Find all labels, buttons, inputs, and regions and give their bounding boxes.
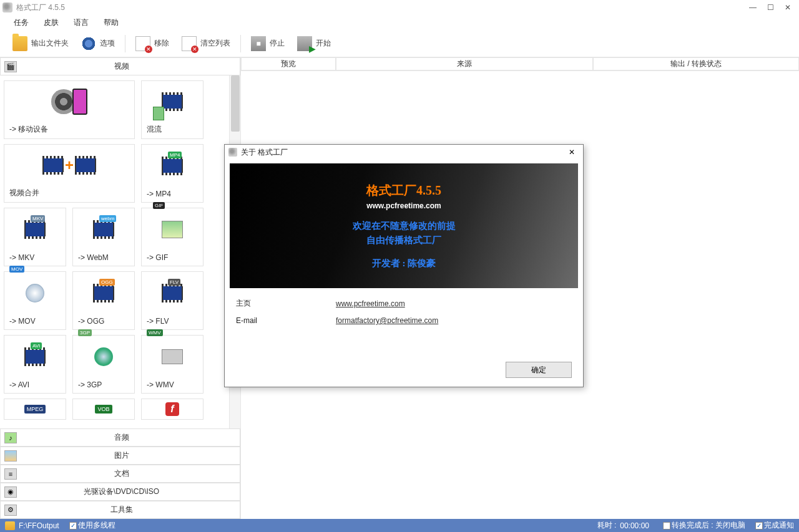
multithread-label: 使用多线程: [78, 520, 115, 531]
start-button[interactable]: 开始: [291, 32, 337, 55]
remove-icon: [135, 36, 150, 51]
output-folder-label: 输出文件夹: [31, 38, 69, 49]
tile-ogg[interactable]: OGG-> OGG: [72, 271, 135, 330]
film-icon: 🎬: [4, 61, 17, 72]
output-path[interactable]: F:\FFOutput: [19, 521, 59, 530]
stop-label: 停止: [270, 38, 285, 49]
app-icon: [228, 148, 237, 157]
category-disc[interactable]: ◉光驱设备\DVD\CD\ISO: [0, 483, 240, 501]
stop-button[interactable]: 停止: [245, 32, 291, 55]
header-source[interactable]: 来源: [336, 57, 593, 70]
remove-button[interactable]: 移除: [129, 32, 175, 55]
menubar: 任务 皮肤 语言 帮助: [0, 15, 799, 30]
tile-label: -> MOV: [4, 314, 66, 329]
tile-label: -> FLV: [142, 314, 203, 329]
tile-label: 视频合并: [4, 185, 134, 202]
menu-language[interactable]: 语言: [67, 16, 95, 30]
tile-mov[interactable]: MOV-> MOV: [4, 271, 66, 330]
play-icon: [297, 36, 312, 51]
multithread-toggle[interactable]: ✓使用多线程: [69, 520, 115, 531]
film-icon: [75, 156, 96, 175]
header-output[interactable]: 输出 / 转换状态: [593, 57, 799, 70]
email-label: E-mail: [236, 316, 336, 325]
cam-icon: [162, 349, 183, 364]
plus-icon: +: [65, 157, 74, 174]
tile-mkv[interactable]: MKV-> MKV: [4, 208, 66, 266]
remove-label: 移除: [154, 38, 169, 49]
category-document[interactable]: ≡文档: [0, 465, 240, 483]
tile-webm[interactable]: webm-> WebM: [72, 208, 135, 266]
tile-gif[interactable]: GIF-> GIF: [141, 208, 203, 266]
menu-task[interactable]: 任务: [7, 16, 35, 30]
dialog-titlebar: 关于 格式工厂 ✕: [225, 145, 583, 160]
gear-icon: [81, 36, 96, 51]
tools-icon: ⚙: [4, 505, 17, 516]
tile-label: -> MP4: [142, 187, 203, 202]
menu-skin[interactable]: 皮肤: [37, 16, 65, 30]
category-picture[interactable]: 图片: [0, 447, 240, 465]
checkbox-icon: [663, 522, 670, 530]
notify-toggle[interactable]: ✓完成通知: [755, 520, 794, 531]
tile-wmv[interactable]: WMV-> WMV: [141, 335, 203, 394]
category-tools[interactable]: ⚙工具集: [0, 501, 240, 519]
left-panel: 🎬 视频 -> 移动设备 混流 + 视频合并: [0, 57, 241, 519]
category-audio[interactable]: ♪音频: [0, 428, 240, 447]
category-audio-label: 音频: [21, 432, 240, 443]
tile-mobile-device[interactable]: -> 移动设备: [4, 80, 135, 139]
picture-icon: [4, 450, 17, 462]
tile-avi[interactable]: AVI-> AVI: [4, 335, 66, 394]
film-icon: OGG: [93, 284, 114, 302]
folder-icon: [12, 36, 27, 51]
tile-3gp[interactable]: 3GP-> 3GP: [72, 335, 135, 394]
film-icon: FLV: [162, 284, 183, 302]
tile-mp4[interactable]: MP4 -> MP4: [141, 144, 203, 203]
tile-video-join[interactable]: + 视频合并: [4, 144, 135, 203]
stop-icon: [251, 36, 266, 51]
clear-button[interactable]: 清空列表: [175, 32, 237, 55]
homepage-link[interactable]: www.pcfreetime.com: [336, 299, 405, 308]
category-video[interactable]: 🎬 视频: [0, 57, 240, 75]
film-icon: webm: [93, 220, 114, 239]
dialog-close-button[interactable]: ✕: [564, 147, 579, 158]
options-label: 选项: [100, 38, 115, 49]
ok-button[interactable]: 确定: [506, 362, 572, 378]
document-icon: ≡: [4, 468, 17, 480]
tile-vob[interactable]: VOB: [72, 399, 135, 420]
about-banner: 格式工厂4.5.5 www.pcfreetime.com 欢迎在不随意修改的前提…: [230, 163, 578, 288]
menu-help[interactable]: 帮助: [97, 16, 125, 30]
scrollbar-thumb[interactable]: [231, 75, 240, 132]
tile-mux[interactable]: 混流: [141, 80, 203, 139]
toolbar-separator: [240, 35, 241, 52]
shutdown-toggle[interactable]: 转换完成后 : 关闭电脑: [663, 520, 745, 531]
output-folder-button[interactable]: 输出文件夹: [6, 32, 75, 55]
close-button[interactable]: ✕: [779, 1, 797, 14]
film-icon: MP4: [162, 157, 183, 175]
about-homepage-row: 主页 www.pcfreetime.com: [225, 294, 583, 312]
quicktime-icon: [26, 284, 44, 302]
tile-label: -> AVI: [4, 378, 66, 393]
app-icon: [2, 2, 12, 12]
flash-icon: f: [165, 402, 179, 416]
category-document-label: 文档: [21, 468, 240, 479]
window-title: 格式工厂 4.5.5: [16, 2, 65, 13]
maximize-button[interactable]: ☐: [762, 1, 779, 14]
options-button[interactable]: 选项: [75, 32, 121, 55]
tile-flv[interactable]: FLV-> FLV: [141, 271, 203, 330]
header-preview[interactable]: 预览: [241, 57, 336, 70]
clear-icon: [182, 36, 197, 51]
email-link[interactable]: formatfactory@pcfreetime.com: [336, 316, 438, 325]
minimize-button[interactable]: —: [744, 1, 762, 14]
banner-title: 格式工厂4.5.5: [366, 182, 441, 199]
tile-mpeg[interactable]: MPEG: [4, 399, 66, 420]
category-video-label: 视频: [21, 61, 240, 72]
clear-label: 清空列表: [200, 38, 230, 49]
tile-swf[interactable]: f: [141, 399, 203, 420]
tile-label: -> 3GP: [73, 378, 134, 393]
category-disc-label: 光驱设备\DVD\CD\ISO: [21, 486, 240, 497]
window-titlebar: 格式工厂 4.5.5 — ☐ ✕: [0, 0, 799, 15]
checkbox-icon: ✓: [69, 522, 77, 530]
tile-label: -> OGG: [73, 314, 134, 329]
audio-icon: [153, 107, 164, 120]
film-icon: [42, 156, 64, 175]
banner-url: www.pcfreetime.com: [366, 201, 441, 210]
